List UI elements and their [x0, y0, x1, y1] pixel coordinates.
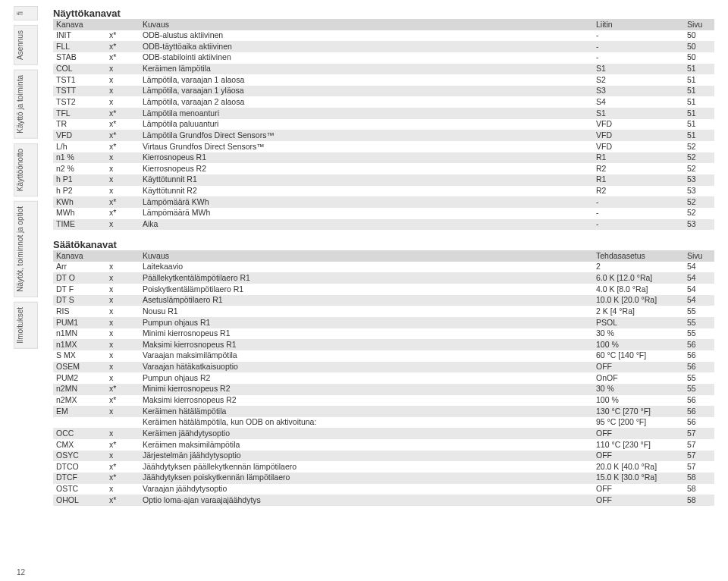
- table1-cell: -: [593, 52, 684, 64]
- table-row: h P2xKäyttötunnit R2R253: [53, 186, 714, 197]
- table2-cell: OSTC: [53, 484, 106, 495]
- table1-cell: -: [593, 41, 684, 52]
- table1-cell: VFD: [593, 130, 684, 141]
- table1-cell: Aika: [140, 219, 593, 231]
- table2-cell: 2: [593, 262, 684, 273]
- table2-cell: DTCF: [53, 473, 106, 484]
- table2-cell: [106, 417, 140, 429]
- table2-cell: 30 %: [593, 384, 684, 395]
- table1-cell: R1: [593, 152, 684, 164]
- table-row: ArrxLaitekaavio254: [53, 262, 714, 273]
- table-row: KWhx*Lämpömäärä KWh-52: [53, 196, 714, 208]
- table2-cell: x: [106, 362, 140, 373]
- table-row: INITx*ODB-alustus aktiivinen-50: [53, 30, 714, 42]
- table1-cell: Lämpötila Grundfos Direct Sensors™: [140, 130, 593, 141]
- table1-cell: -: [593, 30, 684, 42]
- table2-cell: Nousu R1: [140, 306, 593, 317]
- table1-cell: VFD: [593, 141, 684, 152]
- table2-cell: x: [106, 484, 140, 495]
- table2-cell: 57: [684, 451, 714, 462]
- table1-cell: TSTT: [53, 86, 106, 97]
- table2-cell: Arr: [53, 262, 106, 273]
- table1-cell: Lämpötila, varaajan 1 alaosa: [140, 74, 593, 86]
- table1-cell: Lämpömäärä MWh: [140, 208, 593, 219]
- table-row: COLxKeräimen lämpötilaS151: [53, 64, 714, 75]
- table1-cell: n1 %: [53, 152, 106, 164]
- table2-cell: Varaajan hätäkatkaisuoptio: [140, 362, 593, 373]
- table2-cell: x: [106, 350, 140, 362]
- table-row: DTCFx*Jäähdytyksen poiskytkennän lämpöti…: [53, 473, 714, 484]
- table-row: TSTTxLämpötila, varaajan 1 yläosaS351: [53, 86, 714, 97]
- table1-cell: TST2: [53, 96, 106, 108]
- table1-cell: 51: [684, 74, 714, 86]
- table1-cell: Lämpötila menoanturi: [140, 108, 593, 119]
- table1-cell: R2: [593, 186, 684, 197]
- table1-cell: 52: [684, 196, 714, 208]
- table-row: OHOLx*Optio loma-ajan varaajajäähdytysOF…: [53, 495, 714, 506]
- table1-cell: 51: [684, 96, 714, 108]
- table1-cell: S3: [593, 86, 684, 97]
- table1-cell: ODB-alustus aktiivinen: [140, 30, 593, 42]
- table1-cell: x: [106, 186, 140, 197]
- table2-cell: 56: [684, 417, 714, 429]
- table2-cell: 100 %: [593, 395, 684, 407]
- table2-cell: DT F: [53, 284, 106, 295]
- table2-cell: n1MN: [53, 328, 106, 340]
- table1-cell: -: [593, 196, 684, 208]
- table2-cell: x: [106, 295, 140, 306]
- display-channels-table: Kanava Kuvaus Liitin Sivu INITx*ODB-alus…: [53, 19, 714, 230]
- table2-cell: 56: [684, 406, 714, 417]
- table-row: RISxNousu R12 K [4 °Ra]55: [53, 306, 714, 317]
- table2-cell: Keräimen hätälämpötila, kun ODB on aktiv…: [140, 417, 593, 429]
- table2-cell: x*: [106, 395, 140, 407]
- table1-cell: x: [106, 163, 140, 174]
- table1-cell: S1: [593, 64, 684, 75]
- table2-cell: 30 %: [593, 328, 684, 340]
- table1-cell: x: [106, 64, 140, 75]
- table1-cell: TR: [53, 119, 106, 130]
- table2-cell: Järjestelmän jäähdytysoptio: [140, 451, 593, 462]
- table-row: n1MNxMinimi kierrosnopeus R130 %55: [53, 328, 714, 340]
- table1-cell: VFD: [53, 130, 106, 141]
- table2-cell: RIS: [53, 306, 106, 317]
- table1-cell: 50: [684, 41, 714, 52]
- table-row: MWhx*Lämpömäärä MWh-52: [53, 208, 714, 219]
- table2-cell: 10.0 K [20.0 °Ra]: [593, 295, 684, 306]
- table2-cell: Pumpun ohjaus R2: [140, 372, 593, 384]
- title-setting-channels: Säätökanavat: [53, 239, 714, 250]
- table2-cell: 58: [684, 495, 714, 506]
- table1-cell: x*: [106, 130, 140, 141]
- table1-cell: ODB-stabilointi aktiivinen: [140, 52, 593, 64]
- table2-cell: OFF: [593, 428, 684, 439]
- table2-cell: x: [106, 306, 140, 317]
- table2-cell: x*: [106, 495, 140, 506]
- table2-cell: x: [106, 272, 140, 284]
- table-row: n1MXxMaksimi kierrosnopeus R1100 %56: [53, 339, 714, 350]
- table2-cell: Keräimen maksimilämpötila: [140, 439, 593, 451]
- table2-cell: 55: [684, 328, 714, 340]
- side-tab-fi: fi: [14, 6, 38, 20]
- table2-cell: Laitekaavio: [140, 262, 593, 273]
- table-row: TST1xLämpötila, varaajan 1 alaosaS251: [53, 74, 714, 86]
- table2-cell: Varaajan jäähdytysoptio: [140, 484, 593, 495]
- table2-cell: 56: [684, 395, 714, 407]
- table1-cell: 52: [684, 163, 714, 174]
- table1-cell: Lämpötila, varaajan 2 alaosa: [140, 96, 593, 108]
- table1-cell: x: [106, 96, 140, 108]
- table2-cell: OSEM: [53, 362, 106, 373]
- table1-cell: Lämpötila, varaajan 1 yläosa: [140, 86, 593, 97]
- t2-h4: Tehdasasetus: [593, 250, 684, 262]
- table2-cell: Maksimi kierrosnopeus R1: [140, 339, 593, 350]
- table1-cell: Lämpömäärä KWh: [140, 196, 593, 208]
- table1-cell: VFD: [593, 119, 684, 130]
- table1-cell: 51: [684, 108, 714, 119]
- table1-cell: Kierrosnopeus R1: [140, 152, 593, 164]
- table1-cell: h P1: [53, 174, 106, 186]
- t1-h1: Kanava: [53, 19, 106, 30]
- table2-cell: 58: [684, 484, 714, 495]
- table1-cell: x*: [106, 41, 140, 52]
- table-row: CMXx*Keräimen maksimilämpötila110 °C [23…: [53, 439, 714, 451]
- table1-cell: n2 %: [53, 163, 106, 174]
- sidebar: fi Asennus Käyttö ja toiminta Käyttöönot…: [14, 6, 38, 552]
- t2-h1: Kanava: [53, 250, 106, 262]
